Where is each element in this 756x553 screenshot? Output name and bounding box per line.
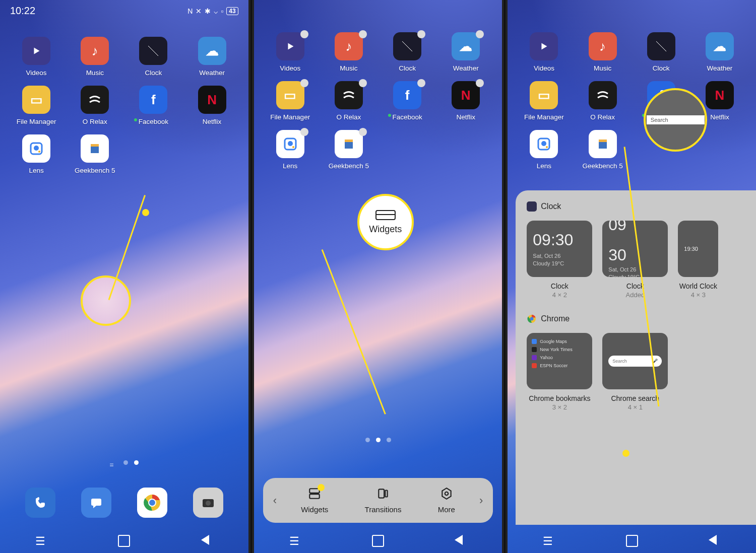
- svg-point-26: [445, 492, 449, 496]
- remove-icon[interactable]: [359, 128, 367, 136]
- app-geekbench[interactable]: Geekbench 5: [575, 130, 629, 170]
- remove-icon[interactable]: [300, 128, 308, 136]
- widgets-icon: [375, 210, 396, 220]
- remove-icon[interactable]: [417, 30, 425, 38]
- highlight-label: Widgets: [369, 224, 402, 235]
- app-orelax[interactable]: O Relax: [575, 81, 629, 121]
- nav-recents[interactable]: [35, 535, 47, 547]
- app-clock[interactable]: Clock: [380, 32, 434, 72]
- svg-rect-24: [385, 491, 387, 497]
- app-lens[interactable]: Lens: [263, 130, 318, 170]
- highlight-line: [321, 249, 386, 414]
- app-videos[interactable]: Videos: [517, 32, 571, 72]
- app-geekbench[interactable]: Geekbench 5: [322, 130, 376, 170]
- dock-messages[interactable]: [81, 488, 111, 518]
- app-label: Geekbench 5: [75, 167, 115, 174]
- svg-marker-14: [288, 43, 293, 50]
- tray-prev-icon[interactable]: ‹: [267, 494, 283, 507]
- app-clock[interactable]: Clock: [634, 32, 688, 72]
- highlight-circle-longpress: [81, 275, 131, 326]
- nav-back[interactable]: [709, 535, 721, 547]
- widget-chrome-bookmarks[interactable]: Google Maps New York Times Yahoo ESPN So…: [527, 333, 592, 411]
- app-music[interactable]: ♪Music: [575, 32, 629, 72]
- widget-chrome-search[interactable]: Search🎤 Chrome search 4 × 1: [602, 333, 668, 411]
- widget-name: Clock: [551, 282, 569, 290]
- widget-group-clock[interactable]: Clock: [527, 201, 756, 212]
- dock-phone[interactable]: [25, 488, 55, 518]
- panel-home: 10:22 N ✕ ✱ ⌵ ▫ 43 Videos ♪Music Clock ☁…: [0, 0, 248, 553]
- app-label: O Relax: [83, 118, 107, 125]
- tray-next-icon[interactable]: ›: [473, 494, 489, 507]
- remove-icon[interactable]: [417, 79, 425, 87]
- group-label: Chrome: [541, 314, 570, 323]
- svg-marker-0: [34, 48, 39, 54]
- app-label: Videos: [26, 69, 47, 77]
- app-filemanager[interactable]: ▭File Manager: [263, 81, 318, 121]
- app-facebook[interactable]: fFacebook: [380, 81, 434, 121]
- remove-icon[interactable]: [476, 30, 484, 38]
- wifi-icon: ⌵: [214, 7, 218, 15]
- app-lens[interactable]: Lens: [9, 134, 64, 174]
- nav-home[interactable]: [372, 535, 384, 547]
- widget-clock-4x2[interactable]: 09:30Sat, Oct 26Cloudy 19°C Clock 4 × 2: [527, 221, 592, 299]
- notification-dot: [388, 114, 391, 117]
- tray-transitions[interactable]: Transitions: [365, 487, 402, 514]
- chrome-icon: [527, 314, 537, 324]
- widget-picker[interactable]: Clock 09:30Sat, Oct 26Cloudy 19°C Clock …: [516, 190, 756, 525]
- nav-back[interactable]: [201, 535, 213, 547]
- widget-clock-stacked[interactable]: 0930Sat, Oct 26Cloudy 19°C Clock Added: [602, 221, 668, 299]
- app-weather[interactable]: ☁Weather: [692, 32, 747, 72]
- app-label: Netflix: [457, 113, 476, 121]
- dock-camera[interactable]: [193, 488, 223, 518]
- svg-rect-32: [599, 142, 607, 149]
- widget-name: Chrome search: [611, 394, 659, 402]
- app-label: Geekbench 5: [582, 162, 622, 170]
- nav-recents[interactable]: [543, 535, 555, 547]
- page-indicator[interactable]: [254, 438, 502, 442]
- app-netflix[interactable]: NNetflix: [185, 86, 239, 125]
- app-lens[interactable]: Lens: [517, 130, 571, 170]
- svg-marker-8: [93, 506, 96, 508]
- widget-name: World Clock: [679, 282, 717, 290]
- nav-back[interactable]: [455, 535, 467, 547]
- app-weather[interactable]: ☁Weather: [438, 32, 493, 72]
- app-label: Geekbench 5: [329, 162, 369, 170]
- app-videos[interactable]: Videos: [9, 37, 64, 77]
- svg-rect-19: [345, 142, 353, 149]
- nav-recents[interactable]: [289, 535, 301, 547]
- widget-worldclock[interactable]: 19:30 World Clock 4 × 3: [678, 221, 718, 299]
- app-music[interactable]: ♪Music: [322, 32, 376, 72]
- remove-icon[interactable]: [359, 30, 367, 38]
- clock-app-icon: [527, 201, 537, 212]
- app-filemanager[interactable]: ▭File Manager: [517, 81, 571, 121]
- svg-point-31: [546, 146, 548, 148]
- tray-more[interactable]: More: [438, 487, 455, 514]
- app-weather[interactable]: ☁Weather: [185, 37, 239, 77]
- app-label: Clock: [653, 64, 670, 72]
- app-clock[interactable]: Clock: [126, 37, 180, 77]
- app-orelax[interactable]: O Relax: [322, 81, 376, 121]
- nav-home[interactable]: [626, 535, 638, 547]
- remove-icon[interactable]: [476, 79, 484, 87]
- dock-chrome[interactable]: [137, 488, 167, 518]
- app-filemanager[interactable]: ▭File Manager: [9, 86, 64, 125]
- remove-icon[interactable]: [300, 79, 308, 87]
- remove-icon[interactable]: [359, 79, 367, 87]
- app-label: Videos: [534, 64, 554, 72]
- app-label: Facebook: [139, 118, 168, 125]
- app-label: Clock: [145, 69, 162, 77]
- app-geekbench[interactable]: Geekbench 5: [68, 134, 122, 174]
- app-netflix[interactable]: NNetflix: [438, 81, 493, 121]
- app-orelax[interactable]: O Relax: [68, 86, 122, 125]
- app-music[interactable]: ♪Music: [68, 37, 122, 77]
- tray-label: Widgets: [301, 505, 328, 514]
- widget-group-chrome[interactable]: Chrome: [527, 314, 756, 324]
- app-label: File Manager: [524, 113, 564, 121]
- app-facebook[interactable]: fFacebook: [126, 86, 180, 125]
- tray-widgets[interactable]: Widgets: [301, 487, 328, 514]
- app-videos[interactable]: Videos: [263, 32, 318, 72]
- bluetooth-icon: ✱: [205, 7, 211, 15]
- nav-home[interactable]: [118, 535, 130, 547]
- remove-icon[interactable]: [300, 30, 308, 38]
- page-indicator[interactable]: [0, 460, 248, 465]
